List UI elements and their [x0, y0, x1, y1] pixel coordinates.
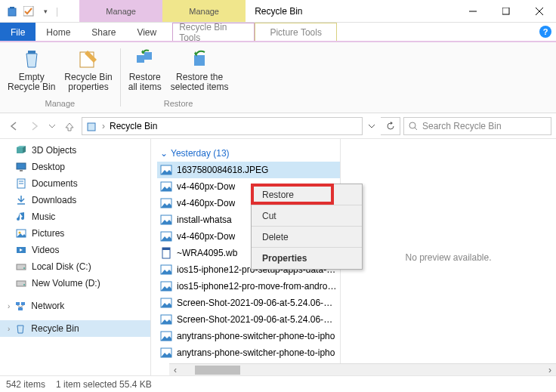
- bin-empty-icon: [20, 47, 44, 71]
- scroll-thumb[interactable]: [195, 366, 240, 375]
- up-button[interactable]: [60, 117, 79, 135]
- svg-rect-21: [17, 163, 26, 169]
- context-tab-picture[interactable]: Manage: [162, 0, 246, 22]
- svg-rect-35: [16, 302, 20, 305]
- back-button[interactable]: [5, 117, 23, 135]
- status-selected: 1 item selected 55.4 KB: [56, 379, 152, 390]
- sidebar-item-disk[interactable]: Local Disk (C:): [0, 258, 150, 275]
- qat-dropdown-icon[interactable]: ▾: [39, 5, 51, 17]
- music-icon: [15, 211, 27, 223]
- disk-icon: [15, 277, 27, 289]
- 3d-icon: [15, 144, 27, 156]
- sidebar-item-downloads[interactable]: Downloads: [0, 192, 150, 208]
- file-icon: [160, 347, 172, 359]
- quick-access-toolbar: ▾ |: [0, 5, 64, 17]
- refresh-button[interactable]: [381, 117, 400, 135]
- tab-picture-tools[interactable]: Picture Tools: [255, 23, 337, 42]
- recycle-bin-properties-button[interactable]: Recycle Bin properties: [61, 45, 115, 94]
- scroll-left-icon[interactable]: ‹: [169, 364, 181, 376]
- context-menu-delete[interactable]: Delete: [252, 227, 362, 248]
- svg-rect-22: [20, 170, 23, 171]
- sidebar-item-disk[interactable]: New Volume (D:): [0, 275, 150, 292]
- context-menu-cut[interactable]: Cut: [252, 205, 362, 227]
- help-icon[interactable]: ?: [539, 26, 551, 38]
- svg-line-39: [20, 305, 23, 307]
- file-icon: [160, 313, 172, 326]
- sidebar-item-3d[interactable]: 3D Objects: [0, 142, 150, 159]
- sidebar-item-pictures[interactable]: Pictures: [0, 225, 150, 242]
- horizontal-scrollbar[interactable]: ‹ ›: [169, 363, 556, 375]
- minimize-button[interactable]: [456, 0, 490, 23]
- search-box[interactable]: Search Recycle Bin: [403, 117, 551, 135]
- bin-props-icon: [76, 47, 100, 71]
- sidebar-item-docs[interactable]: Documents: [0, 175, 150, 192]
- empty-recycle-bin-button[interactable]: Empty Recycle Bin: [5, 45, 58, 94]
- forward-button[interactable]: [26, 117, 44, 135]
- desktop-icon: [15, 161, 27, 173]
- file-row[interactable]: ios15-iphone12-pro-move-from-android-: [157, 278, 340, 295]
- svg-rect-10: [144, 52, 152, 60]
- context-tab-recycle[interactable]: Manage: [79, 0, 162, 22]
- check-icon[interactable]: [23, 5, 35, 17]
- svg-point-32: [23, 267, 25, 269]
- recent-dropdown[interactable]: [47, 117, 57, 135]
- ribbon-group-label-manage: Manage: [45, 97, 75, 110]
- file-icon: [160, 330, 172, 342]
- svg-line-38: [17, 305, 20, 307]
- tab-view[interactable]: View: [126, 23, 167, 42]
- file-row[interactable]: anytrans-phone-switcher-phone-to-ipho: [157, 344, 340, 361]
- maximize-button[interactable]: [490, 0, 523, 23]
- preview-message: No preview available.: [405, 252, 491, 263]
- file-row[interactable]: Screen-Shot-2021-09-06-at-5.24.06-PM-10: [157, 295, 340, 311]
- file-row[interactable]: Screen-Shot-2021-09-06-at-5.24.06-PM-10: [157, 311, 340, 328]
- bin-icon: [85, 120, 97, 132]
- status-bar: 542 items 1 item selected 55.4 KB: [0, 375, 556, 392]
- ribbon: Empty Recycle Bin Recycle Bin properties…: [0, 42, 556, 113]
- tab-share[interactable]: Share: [81, 23, 126, 42]
- context-menu-properties[interactable]: Properties: [252, 248, 362, 269]
- bin-icon: [14, 323, 26, 335]
- chevron-down-icon: ⌄: [160, 148, 168, 159]
- scroll-right-icon[interactable]: ›: [544, 364, 556, 376]
- close-button[interactable]: [523, 0, 556, 23]
- context-menu: Restore Cut Delete Properties: [251, 184, 363, 270]
- disk-icon: [15, 261, 27, 273]
- file-row[interactable]: 1637580084618.JPEG: [157, 162, 340, 178]
- sidebar-item-music[interactable]: Music: [0, 208, 150, 225]
- file-icon: [160, 214, 172, 226]
- bin-icon: [6, 5, 18, 17]
- tab-recycle-bin-tools[interactable]: Recycle Bin Tools: [172, 23, 255, 42]
- file-icon: [160, 230, 172, 242]
- svg-rect-18: [17, 147, 23, 153]
- nav-tree: 3D ObjectsDesktopDocumentsDownloadsMusic…: [0, 139, 151, 375]
- videos-icon: [15, 244, 27, 256]
- context-tabs-header: Manage Manage: [79, 0, 246, 22]
- context-menu-restore[interactable]: Restore: [252, 184, 362, 205]
- sidebar-item-network[interactable]: › Network: [0, 298, 150, 314]
- sidebar-item-desktop[interactable]: Desktop: [0, 159, 150, 175]
- ribbon-group-label-restore: Restore: [164, 97, 193, 110]
- sidebar-item-videos[interactable]: Videos: [0, 242, 150, 258]
- tab-home[interactable]: Home: [36, 23, 81, 42]
- docs-icon: [15, 177, 27, 190]
- svg-point-34: [23, 284, 25, 286]
- pictures-icon: [15, 227, 27, 239]
- breadcrumb[interactable]: Recycle Bin: [110, 121, 157, 131]
- group-header[interactable]: ⌄ Yesterday (13): [160, 148, 340, 159]
- tab-file[interactable]: File: [0, 23, 36, 42]
- svg-rect-7: [28, 51, 36, 54]
- address-bar[interactable]: › Recycle Bin: [82, 117, 363, 135]
- restore-all-button[interactable]: Restore all items: [125, 45, 165, 94]
- file-icon: [160, 264, 172, 276]
- svg-line-17: [415, 128, 417, 130]
- sidebar-item-recycle-bin[interactable]: › Recycle Bin: [0, 320, 150, 337]
- svg-rect-1: [10, 7, 14, 8]
- file-icon: [160, 181, 172, 193]
- address-dropdown[interactable]: [366, 117, 378, 135]
- restore-selected-button[interactable]: Restore the selected items: [168, 45, 232, 94]
- downloads-icon: [15, 194, 27, 206]
- svg-rect-37: [18, 307, 23, 310]
- svg-point-16: [409, 122, 415, 128]
- file-row[interactable]: anytrans-phone-switcher-phone-to-ipho: [157, 328, 340, 344]
- svg-rect-36: [21, 302, 25, 305]
